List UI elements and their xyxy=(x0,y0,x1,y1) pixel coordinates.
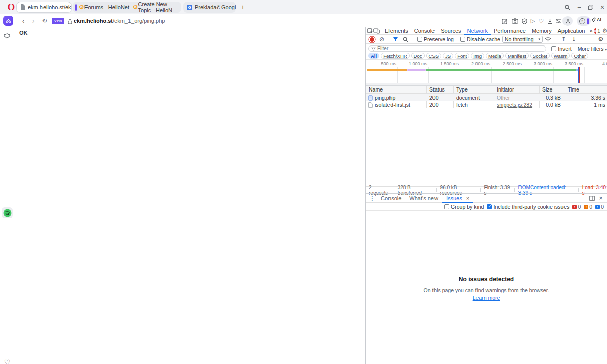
tune-sliders-icon[interactable] xyxy=(554,17,562,25)
lock-icon[interactable] xyxy=(66,18,74,25)
clear-network-log-icon[interactable]: ⊘ xyxy=(378,36,386,43)
drawer-close-icon[interactable]: × xyxy=(596,195,605,202)
chip-doc[interactable]: Doc xyxy=(411,53,425,59)
include-cookie-issues-checkbox[interactable]: Include third-party cookie issues xyxy=(487,204,569,210)
tab-forums-helionet[interactable]: ⚙ Forums - HelioNet xyxy=(79,4,133,10)
devtools-settings-gear-icon[interactable]: ⚙ xyxy=(602,27,607,34)
reload-button[interactable]: ↻ xyxy=(40,16,49,25)
filter-input[interactable] xyxy=(377,46,543,51)
opera-home-button[interactable] xyxy=(3,16,13,26)
minimize-button[interactable]: – xyxy=(575,3,584,11)
devtools-tab-sources[interactable]: Sources xyxy=(438,27,464,35)
import-har-icon[interactable]: ↥ xyxy=(559,36,568,43)
preserve-log-checkbox[interactable]: Preserve log xyxy=(417,36,454,42)
forward-button[interactable]: › xyxy=(29,16,37,25)
sidebar-setup-button[interactable]: ? xyxy=(577,16,591,26)
favorites-heart-icon[interactable]: ♡ xyxy=(537,17,545,25)
filter-funnel-icon[interactable] xyxy=(393,37,401,42)
new-tab-button[interactable]: + xyxy=(238,2,248,12)
chip-js[interactable]: JS xyxy=(443,53,453,59)
chip-fetch-xhr[interactable]: Fetch/XHR xyxy=(381,53,409,59)
warning-count-value: 0 xyxy=(589,204,592,210)
shield-check-icon[interactable] xyxy=(520,17,528,25)
table-row-ping-php[interactable]: ping.php 200 document Other 0.3 kB 3.36 … xyxy=(366,94,607,101)
drawer-menu-kebab-icon[interactable]: ⋮ xyxy=(368,195,377,202)
chip-css[interactable]: CSS xyxy=(426,53,442,59)
chip-font[interactable]: Font xyxy=(455,53,469,59)
more-filters-button[interactable]: More filters ▾ xyxy=(578,46,607,52)
devtools-tab-application[interactable]: Application xyxy=(555,27,588,35)
close-window-button[interactable]: × xyxy=(598,3,607,11)
chip-wasm[interactable]: Wasm xyxy=(551,53,570,59)
chip-other[interactable]: Other xyxy=(571,53,588,59)
sidebar-heart-icon[interactable]: ♡ xyxy=(3,358,12,364)
column-header-size[interactable]: Size xyxy=(542,86,552,94)
devtools-tab-elements[interactable]: Elements xyxy=(382,27,411,35)
tab-google-translate[interactable]: G Prekladač Google xyxy=(183,2,236,13)
column-header-status[interactable]: Status xyxy=(429,86,445,94)
tab-strip: O ekm.helioho.st/ekm_1_org ⚙ Forums - He… xyxy=(0,0,607,14)
network-conditions-icon[interactable] xyxy=(545,37,553,42)
chip-manifest[interactable]: Manifest xyxy=(505,53,529,59)
drawer-tab-issues[interactable]: Issues × xyxy=(442,194,473,203)
tab-create-new-topic[interactable]: ⚙ Create New Topic - HelioN xyxy=(133,2,181,13)
vpn-badge[interactable]: VPN xyxy=(52,18,64,24)
error-badge-icon[interactable]: × xyxy=(594,28,597,34)
ai-label: AI xyxy=(597,17,601,22)
snapshot-camera-icon[interactable] xyxy=(511,17,519,25)
tab-label: Prekladač Google xyxy=(195,4,236,10)
chip-img[interactable]: Img xyxy=(471,53,484,59)
chip-socket[interactable]: Socket xyxy=(530,53,550,59)
network-settings-gear-icon[interactable]: ⚙ xyxy=(597,36,605,43)
google-translate-favicon-icon: G xyxy=(187,5,192,10)
request-time: 3.36 s xyxy=(565,94,605,101)
checkbox-icon xyxy=(444,204,449,209)
back-button[interactable]: ‹ xyxy=(19,16,27,25)
group-by-kind-checkbox[interactable]: Group by kind xyxy=(444,204,484,210)
table-row-isolated-first[interactable]: isolated-first.jst 200 fetch snippets.js… xyxy=(366,101,607,108)
drawer-tab-whats-new[interactable]: What's new xyxy=(405,194,442,203)
chip-all[interactable]: All xyxy=(368,53,379,59)
send-to-device-icon[interactable]: ▷ xyxy=(529,17,537,25)
chip-media[interactable]: Media xyxy=(486,53,504,59)
learn-more-link[interactable]: Learn more xyxy=(473,295,500,301)
drawer-tab-issues-label: Issues xyxy=(446,195,462,201)
drawer-tab-console[interactable]: Console xyxy=(377,194,405,203)
column-header-time[interactable]: Time xyxy=(568,86,579,94)
invert-checkbox[interactable]: Invert xyxy=(551,46,571,52)
tab-search-icon[interactable] xyxy=(562,3,572,11)
request-initiator-link[interactable]: snippets.js:282 xyxy=(497,101,537,108)
url-field[interactable]: ekm.helioho.st/ekm_1_org/ping.php xyxy=(74,18,165,24)
more-tabs-icon[interactable]: » xyxy=(588,27,594,35)
restore-button[interactable] xyxy=(586,3,595,11)
filter-input-box[interactable] xyxy=(368,46,546,52)
device-toolbar-icon[interactable] xyxy=(373,27,380,34)
column-header-type[interactable]: Type xyxy=(456,86,468,94)
column-header-name[interactable]: Name xyxy=(369,86,383,94)
inspect-element-icon[interactable] xyxy=(367,27,373,34)
edit-page-icon[interactable] xyxy=(501,17,509,25)
aria-ai-button[interactable]: AI xyxy=(592,17,601,22)
profile-button[interactable] xyxy=(562,16,573,26)
devtools-tab-memory[interactable]: Memory xyxy=(529,27,555,35)
record-network-log-icon[interactable] xyxy=(370,37,374,42)
devtools-tab-console[interactable]: Console xyxy=(411,27,438,35)
tab-islands-icon[interactable] xyxy=(3,31,12,40)
opera-logo-icon[interactable]: O xyxy=(6,2,17,13)
export-har-icon[interactable]: ↧ xyxy=(570,36,578,43)
spotify-highlight[interactable] xyxy=(2,207,13,218)
drawer-split-view-icon[interactable] xyxy=(587,195,596,202)
search-network-icon[interactable] xyxy=(403,37,411,42)
column-header-initiator[interactable]: Initiator xyxy=(497,86,514,94)
tick-label: 3.000 ms xyxy=(527,61,552,66)
overview-segment-download xyxy=(426,69,576,71)
tab-active-ekm[interactable]: ekm.helioho.st/ekm_1_org xyxy=(16,2,72,13)
devtools-tab-network[interactable]: Network xyxy=(464,27,491,35)
tab-close-icon[interactable]: × xyxy=(466,195,469,201)
devtools-tab-performance[interactable]: Performance xyxy=(491,27,529,35)
opera-sidebar: ♡ … xyxy=(0,27,14,364)
throttling-select[interactable]: No throttling ▾ xyxy=(502,36,543,43)
disable-cache-checkbox[interactable]: Disable cache xyxy=(460,36,500,42)
network-overview[interactable]: 500 ms 1.000 ms 1.500 ms 2.000 ms 2.500 … xyxy=(366,60,607,86)
download-icon[interactable] xyxy=(546,17,554,25)
